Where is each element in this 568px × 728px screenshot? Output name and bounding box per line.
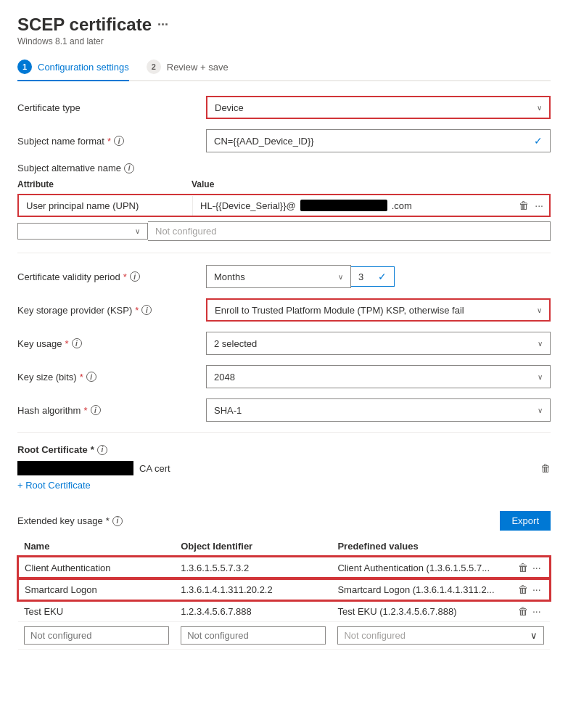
eku-cell-actions: 🗑 ··· — [512, 557, 550, 578]
key-usage-value: 2 selected — [214, 338, 257, 349]
san-val-suffix: .com — [392, 200, 412, 211]
subject-name-format-value: CN={{AAD_Device_ID}} — [214, 136, 314, 147]
eku-col-oid-header: Object Identifier — [175, 536, 332, 557]
page-subtitle: Windows 8.1 and later — [17, 36, 551, 46]
san-attr-upn: User principal name (UPN) — [19, 196, 193, 216]
eku-header-row: Extended key usage * i Export — [17, 511, 551, 531]
key-size-chevron-icon: ∨ — [538, 373, 543, 381]
key-size-label: Key size (bits) * i — [17, 372, 206, 383]
eku-delete-icon[interactable]: 🗑 — [518, 605, 528, 617]
san-add-dropdown[interactable]: ∨ — [17, 223, 148, 240]
eku-cell-name: Client Authentication — [18, 557, 175, 578]
root-cert-suffix: CA cert — [139, 463, 170, 474]
eku-cell-actions: 🗑 ··· — [512, 600, 550, 622]
root-cert-section: Root Certificate * i CA cert 🗑 + Root Ce… — [17, 444, 551, 501]
required-marker: * — [107, 136, 111, 147]
tab-review[interactable]: 2 Review + save — [147, 60, 229, 80]
san-header: Attribute Value — [17, 179, 551, 189]
subject-name-format-dropdown[interactable]: CN={{AAD_Device_ID}} ✓ — [206, 129, 551, 152]
check-icon: ✓ — [534, 135, 543, 147]
san-label: Subject alternative name i — [17, 163, 551, 173]
eku-col-actions-header — [512, 536, 550, 557]
certificate-type-value: Device — [215, 102, 244, 113]
ksp-control: Enroll to Trusted Platform Module (TPM) … — [206, 298, 551, 322]
root-cert-info-icon[interactable]: i — [97, 445, 107, 455]
validity-check-icon: ✓ — [378, 271, 387, 282]
validity-number-value: 3 — [358, 271, 363, 282]
add-root-cert-link[interactable]: + Root Certificate — [17, 480, 91, 491]
validity-number-input[interactable]: 3 ✓ — [351, 266, 395, 287]
validity-info-icon[interactable]: i — [130, 271, 140, 282]
san-info-icon[interactable]: i — [124, 163, 134, 173]
root-cert-name: CA cert — [17, 461, 170, 475]
eku-more-icon[interactable]: ··· — [532, 605, 541, 617]
certificate-type-control: Device ∨ — [206, 96, 551, 119]
eku-delete-icon[interactable]: 🗑 — [518, 562, 528, 573]
eku-required: * — [106, 515, 110, 526]
ksp-chevron-icon: ∨ — [537, 306, 542, 314]
eku-add-predefined-dropdown[interactable]: Not configured ∨ — [337, 626, 544, 645]
ksp-info-icon[interactable]: i — [141, 305, 152, 315]
key-size-dropdown[interactable]: 2048 ∨ — [206, 365, 551, 388]
eku-delete-icon[interactable]: 🗑 — [518, 584, 528, 595]
root-cert-required: * — [91, 444, 94, 455]
wizard-tabs: 1 Configuration settings 2 Review + save — [17, 60, 551, 81]
eku-add-row: Not configured ∨ — [18, 622, 550, 650]
tab-2-circle: 2 — [147, 60, 161, 74]
san-add-chevron-icon: ∨ — [135, 227, 140, 235]
root-cert-delete-icon[interactable]: 🗑 — [540, 462, 551, 474]
eku-cell-oid: 1.3.6.1.5.5.7.3.2 — [175, 557, 332, 578]
key-size-info-icon[interactable]: i — [86, 372, 96, 382]
certificate-type-dropdown[interactable]: Device ∨ — [206, 96, 551, 119]
subject-name-format-row: Subject name format * i CN={{AAD_Device_… — [17, 129, 551, 152]
eku-cell-predefined: Test EKU (1.2.3.4.5.6.7.888) — [332, 600, 511, 622]
eku-add-oid-cell — [175, 622, 332, 650]
validity-row-inner: Months ∨ 3 ✓ — [206, 265, 551, 288]
ksp-dropdown[interactable]: Enroll to Trusted Platform Module (TPM) … — [206, 298, 551, 322]
hash-dropdown[interactable]: SHA-1 ∨ — [206, 398, 551, 422]
eku-add-oid-input[interactable] — [181, 626, 326, 645]
validity-chevron-icon: ∨ — [338, 273, 343, 281]
hash-info-icon[interactable]: i — [91, 405, 101, 415]
eku-table: Name Object Identifier Predefined values… — [17, 536, 551, 650]
eku-section: Extended key usage * i Export Name Objec… — [17, 511, 551, 650]
eku-add-predefined-cell: Not configured ∨ — [332, 622, 550, 650]
subject-name-info-icon[interactable]: i — [114, 136, 124, 146]
certificate-type-row: Certificate type Device ∨ — [17, 96, 551, 119]
validity-period-row: Certificate validity period * i Months ∨… — [17, 265, 551, 288]
key-usage-dropdown[interactable]: 2 selected ∨ — [206, 332, 551, 355]
key-usage-info-icon[interactable]: i — [72, 338, 82, 348]
eku-add-chevron-icon: ∨ — [530, 630, 538, 641]
export-button[interactable]: Export — [500, 511, 551, 531]
eku-add-predefined-placeholder: Not configured — [344, 630, 406, 641]
subject-name-format-label: Subject name format * i — [17, 136, 206, 147]
key-usage-required: * — [65, 338, 68, 349]
tab-1-circle: 1 — [17, 60, 32, 74]
ksp-label: Key storage provider (KSP) * i — [17, 305, 206, 316]
eku-row: Client Authentication 1.3.6.1.5.5.7.3.2 … — [18, 557, 550, 578]
tab-configuration[interactable]: 1 Configuration settings — [17, 60, 129, 81]
eku-cell-predefined: Smartcard Logon (1.3.6.1.4.1.311.2... — [332, 578, 511, 600]
san-val-prefix: HL-{{Device_Serial}}@ — [200, 200, 296, 211]
san-add-value[interactable]: Not configured — [148, 221, 551, 241]
root-cert-redacted — [17, 461, 133, 475]
eku-info-icon[interactable]: i — [112, 516, 123, 526]
key-usage-control: 2 selected ∨ — [206, 332, 551, 355]
eku-cell-name: Smartcard Logon — [18, 578, 175, 600]
san-row-upn: User principal name (UPN) HL-{{Device_Se… — [17, 194, 551, 217]
ellipsis-menu[interactable]: ··· — [157, 17, 168, 33]
san-section: Subject alternative name i Attribute Val… — [17, 163, 551, 241]
root-cert-item: CA cert 🗑 — [17, 461, 551, 475]
san-val-upn: HL-{{Device_Serial}}@ .com — [193, 195, 513, 216]
divider-1 — [17, 253, 551, 253]
san-more-icon[interactable]: ··· — [535, 200, 543, 211]
eku-add-name-input[interactable] — [24, 626, 169, 645]
san-delete-icon[interactable]: 🗑 — [519, 200, 529, 211]
validity-unit-dropdown[interactable]: Months ∨ — [206, 265, 351, 288]
eku-more-icon[interactable]: ··· — [532, 562, 541, 573]
page-title: SCEP certificate — [17, 15, 152, 35]
eku-more-icon[interactable]: ··· — [532, 584, 541, 595]
validity-required: * — [123, 271, 127, 282]
eku-row: Test EKU 1.2.3.4.5.6.7.888 Test EKU (1.2… — [18, 600, 550, 622]
key-size-required: * — [80, 372, 83, 383]
